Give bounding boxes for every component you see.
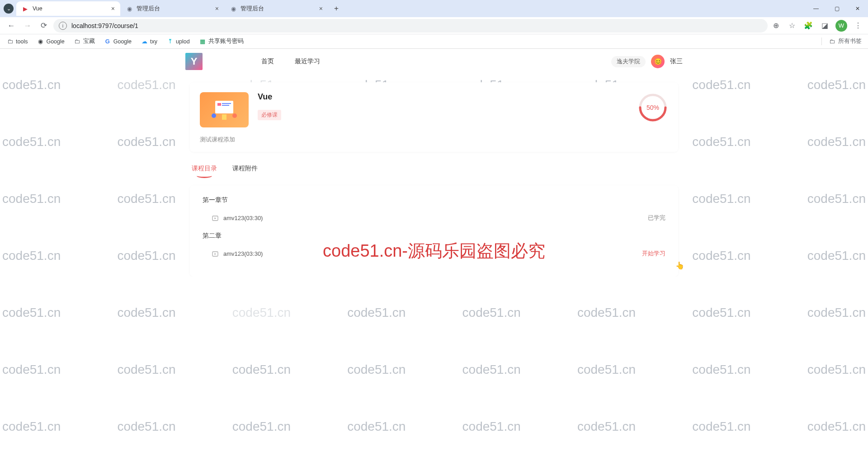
menu-icon[interactable]: ⋮: [853, 20, 863, 31]
close-icon[interactable]: ×: [111, 5, 115, 12]
lesson-name: amv123(03:30): [223, 215, 263, 221]
browser-tab-2[interactable]: ◉ 管理后台 ×: [224, 1, 328, 16]
svg-rect-6: [222, 114, 226, 120]
lesson-name: amv123(03:30): [223, 250, 263, 257]
tab-catalog[interactable]: 课程目录: [192, 164, 217, 177]
course-title: Vue: [258, 92, 281, 102]
course-thumbnail: [200, 92, 249, 127]
tab-search-button[interactable]: ⌄: [4, 4, 14, 14]
google-icon: G: [104, 38, 111, 45]
course-required-tag: 必修课: [258, 110, 281, 120]
progress-ring: 50%: [637, 92, 668, 123]
folder-icon: 🗀: [828, 38, 835, 45]
user-name[interactable]: 张三: [670, 57, 683, 66]
reload-button[interactable]: ⟳: [37, 19, 51, 33]
globe-favicon-icon: ◉: [126, 5, 133, 12]
org-badge[interactable]: 逸夫学院: [611, 56, 646, 67]
site-info-icon[interactable]: i: [59, 22, 67, 30]
lesson-row[interactable]: amv123(03:30) 开始学习: [203, 240, 665, 266]
close-window-button[interactable]: ✕: [847, 1, 868, 16]
bookmark-upload[interactable]: ⤒uplod: [166, 38, 190, 45]
course-card: Vue 必修课 50% 测试课程添加: [190, 82, 678, 152]
bookmark-google-2[interactable]: GGoogle: [104, 38, 132, 45]
all-bookmarks-button[interactable]: 🗀所有书签: [821, 38, 862, 45]
chapters-card: 第一章节 amv123(03:30) 已学完 第二章 amv123(03:30)…: [190, 185, 678, 277]
globe-icon: ◉: [37, 38, 44, 45]
bookmark-star-icon[interactable]: ☆: [787, 20, 797, 31]
bookmark-shared[interactable]: ▦共享账号密码: [199, 38, 244, 45]
tab-strip: ⌄ ▶ Vue × ◉ 管理后台 × ◉ 管理后台 × + — ▢ ✕: [0, 0, 868, 17]
browser-tab-0[interactable]: ▶ Vue ×: [16, 1, 120, 16]
extensions-icon[interactable]: 🧩: [803, 20, 814, 31]
globe-favicon-icon: ◉: [230, 5, 237, 12]
zoom-icon[interactable]: ⊕: [770, 20, 781, 31]
course-description: 测试课程添加: [200, 136, 668, 144]
tab-attachments[interactable]: 课程附件: [232, 164, 258, 177]
lesson-row[interactable]: amv123(03:30) 已学完: [203, 204, 665, 230]
svg-point-4: [212, 113, 216, 118]
svg-point-5: [232, 113, 237, 118]
bookmark-google[interactable]: ◉Google: [37, 38, 64, 45]
site-header: Y 首页 最近学习 逸夫学院 😊 张三: [167, 49, 701, 74]
browser-tab-1[interactable]: ◉ 管理后台 ×: [120, 1, 224, 16]
svg-rect-2: [222, 103, 231, 104]
bookmarks-bar: 🗀tools ◉Google 🗀宝藏 GGoogle ☁txy ⤒uplod ▦…: [0, 34, 868, 49]
main-nav: 首页 最近学习: [261, 57, 320, 66]
user-avatar[interactable]: 😊: [651, 55, 665, 68]
vue-favicon-icon: ▶: [22, 5, 29, 12]
site-logo[interactable]: Y: [185, 53, 203, 70]
svg-rect-1: [217, 103, 221, 106]
svg-rect-3: [222, 105, 229, 106]
browser-chrome: ⌄ ▶ Vue × ◉ 管理后台 × ◉ 管理后台 × + — ▢ ✕ ← → …: [0, 0, 868, 49]
page-content: Y 首页 最近学习 逸夫学院 😊 张三 Vue 必修课 50%: [0, 49, 868, 277]
nav-recent[interactable]: 最近学习: [295, 57, 320, 66]
bookmark-baozang[interactable]: 🗀宝藏: [74, 38, 95, 45]
nav-home[interactable]: 首页: [261, 57, 274, 66]
minimize-button[interactable]: —: [806, 1, 826, 16]
chapter-title: 第二章: [203, 232, 665, 240]
chapter-title: 第一章节: [203, 196, 665, 204]
bookmark-tools[interactable]: 🗀tools: [6, 38, 28, 45]
bookmark-txy[interactable]: ☁txy: [141, 38, 157, 45]
new-tab-button[interactable]: +: [330, 2, 343, 15]
extension-badge-icon[interactable]: ◪: [819, 20, 830, 31]
content-tabs: 课程目录 课程附件: [190, 164, 678, 177]
upload-icon: ⤒: [166, 38, 174, 45]
tab-title: Vue: [33, 5, 42, 12]
window-controls: — ▢ ✕: [806, 1, 868, 16]
cloud-icon: ☁: [141, 38, 148, 45]
folder-icon: 🗀: [74, 38, 81, 45]
video-icon: [212, 250, 219, 258]
close-icon[interactable]: ×: [319, 5, 323, 12]
folder-icon: 🗀: [6, 38, 14, 45]
tab-title: 管理后台: [137, 5, 160, 13]
address-bar: ← → ⟳ i localhost:9797/course/1 ⊕ ☆ 🧩 ◪ …: [0, 17, 868, 34]
lesson-status-completed: 已学完: [648, 214, 665, 222]
lesson-status-start[interactable]: 开始学习: [642, 250, 665, 258]
maximize-button[interactable]: ▢: [826, 1, 847, 16]
forward-button[interactable]: →: [21, 19, 34, 33]
sheet-icon: ▦: [199, 38, 206, 45]
svg-rect-0: [215, 101, 233, 113]
url-text: localhost:9797/course/1: [71, 22, 138, 29]
tab-title: 管理后台: [241, 5, 264, 13]
close-icon[interactable]: ×: [215, 5, 219, 12]
profile-avatar[interactable]: W: [835, 20, 847, 32]
back-button[interactable]: ←: [5, 19, 18, 33]
progress-label: 50%: [646, 104, 659, 111]
url-input[interactable]: i localhost:9797/course/1: [53, 19, 768, 33]
video-icon: [212, 215, 219, 222]
